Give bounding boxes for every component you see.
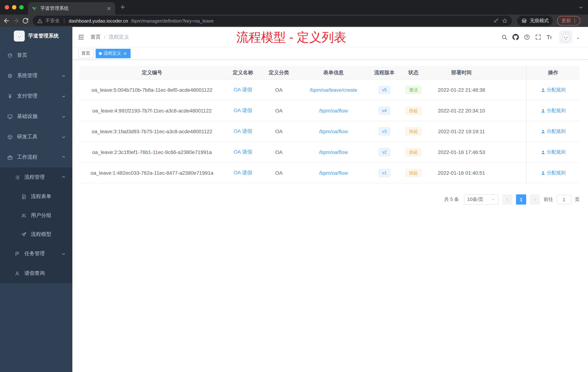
view-tag-active[interactable]: 流程定义 bbox=[96, 49, 131, 58]
cell-form-info: /bpm/oa/flow bbox=[297, 121, 370, 142]
prev-page-button[interactable] bbox=[502, 194, 512, 205]
breadcrumb-home[interactable]: 首页 bbox=[91, 34, 101, 40]
briefcase-icon bbox=[7, 154, 13, 160]
sidebar-item-doc[interactable]: 流程表单 bbox=[0, 187, 72, 206]
menu-dots-icon bbox=[572, 18, 578, 23]
page-size-value: 10条/页 bbox=[467, 196, 483, 203]
window-zoom-button[interactable] bbox=[19, 5, 24, 10]
avatar-caret-icon[interactable] bbox=[576, 36, 580, 40]
sidebar-item-label: 流程管理 bbox=[24, 174, 45, 181]
fullscreen-icon[interactable] bbox=[535, 34, 541, 40]
key-icon[interactable] bbox=[493, 18, 499, 24]
sidebar-item-yen[interactable]: 支付管理 bbox=[0, 86, 72, 106]
reload-button[interactable] bbox=[22, 17, 29, 24]
table-row: oa_leave:2:3c1f0ef1-76b1-11ec-9c66-a2380… bbox=[79, 142, 580, 163]
close-icon[interactable] bbox=[123, 51, 127, 55]
back-button[interactable] bbox=[3, 17, 10, 24]
window-minimize-button[interactable] bbox=[12, 5, 16, 10]
sidebar-item-users[interactable]: 用户分组 bbox=[0, 206, 72, 225]
chevron-up-icon bbox=[62, 155, 66, 159]
browser-toolbar: 不安全 dashboard.yudao.iocoder.cn/bpm/manag… bbox=[0, 15, 588, 27]
goto-page-input[interactable] bbox=[557, 195, 571, 204]
table-row: oa_leave:1:482ec033-762a-11ec-8477-a2380… bbox=[79, 163, 580, 184]
sidebar-item-listmenu[interactable]: 流程管理 bbox=[0, 167, 72, 187]
cell-definition-name: OA 请假 bbox=[225, 163, 261, 183]
tab-close-icon[interactable] bbox=[106, 6, 112, 11]
tags-view: 首页流程定义 bbox=[72, 47, 588, 60]
sidebar-item-flag[interactable]: 任务管理 bbox=[0, 244, 72, 263]
goto-label: 前往 bbox=[544, 196, 553, 203]
monitor-icon bbox=[7, 114, 13, 119]
cell-actions: 分配规则 bbox=[526, 163, 580, 183]
sidebar-item-dashboard[interactable]: 首页 bbox=[0, 45, 72, 66]
page-unit-label: 页 bbox=[575, 196, 580, 203]
assign-rule-link[interactable]: 分配规则 bbox=[541, 170, 566, 176]
next-page-button[interactable] bbox=[530, 194, 540, 205]
form-link[interactable]: /bpm/oa/flow bbox=[319, 170, 348, 176]
definition-name-link[interactable]: OA 请假 bbox=[234, 149, 252, 155]
cell-status: 挂起 bbox=[399, 142, 428, 162]
sidebar-item-gear[interactable]: 系统管理 bbox=[0, 66, 72, 86]
sidebar-item-briefcase[interactable]: 工作流程 bbox=[0, 147, 72, 167]
column-status: 状态 bbox=[399, 66, 428, 79]
update-button[interactable]: 更新 bbox=[557, 16, 580, 25]
sidebar-item-monitor[interactable]: 基础设施 bbox=[0, 106, 72, 127]
form-link[interactable]: /bpm/oa/leave/create bbox=[310, 87, 357, 93]
bookmark-star-icon[interactable] bbox=[502, 18, 508, 24]
form-link[interactable]: /bpm/oa/flow bbox=[319, 129, 348, 134]
column-version: 流程版本 bbox=[370, 66, 399, 79]
form-link[interactable]: /bpm/oa/flow bbox=[319, 149, 348, 155]
definition-name-link[interactable]: OA 请假 bbox=[234, 87, 252, 93]
sidebar-item-label: 用户分组 bbox=[31, 212, 51, 219]
browser-tab[interactable]: 芋道管理系统 bbox=[28, 2, 115, 15]
sidebar-item-cube[interactable]: 研发工具 bbox=[0, 127, 72, 147]
sidebar-item-label: 工作流程 bbox=[17, 154, 37, 161]
avatar[interactable] bbox=[559, 30, 572, 44]
person-icon bbox=[15, 271, 20, 276]
sidebar-item-person[interactable]: 请假查询 bbox=[0, 263, 72, 283]
update-label: 更新 bbox=[561, 17, 571, 24]
form-link[interactable]: /bpm/oa/flow bbox=[319, 108, 348, 114]
page-1-button[interactable]: 1 bbox=[516, 194, 526, 205]
hamburger-icon[interactable] bbox=[77, 33, 85, 41]
cell-definition-id: oa_leave:4:991f2193-7b7f-11ec-a3c8-acde4… bbox=[79, 100, 225, 121]
assign-rule-link[interactable]: 分配规则 bbox=[541, 128, 566, 135]
app-logo[interactable]: 芋道管理系统 bbox=[0, 27, 72, 45]
assign-rule-link[interactable]: 分配规则 bbox=[541, 107, 566, 114]
user-icon bbox=[541, 150, 545, 154]
font-size-icon[interactable] bbox=[546, 34, 553, 40]
help-icon[interactable] bbox=[524, 34, 530, 40]
address-bar[interactable]: 不安全 dashboard.yudao.iocoder.cn/bpm/manag… bbox=[33, 16, 512, 26]
cell-actions: 分配规则 bbox=[526, 121, 580, 142]
page-size-select[interactable]: 10条/页 bbox=[464, 194, 499, 205]
cell-actions: 分配规则 bbox=[526, 142, 580, 162]
view-tag-inactive[interactable]: 首页 bbox=[78, 49, 94, 58]
github-icon[interactable] bbox=[512, 34, 519, 40]
definition-name-link[interactable]: OA 请假 bbox=[234, 128, 252, 135]
assign-rule-link[interactable]: 分配规则 bbox=[541, 87, 566, 93]
definition-name-link[interactable]: OA 请假 bbox=[234, 170, 252, 176]
chevron-down-icon bbox=[491, 197, 495, 202]
cell-definition-name: OA 请假 bbox=[225, 80, 261, 100]
chevron-down-icon bbox=[62, 252, 66, 256]
status-badge: 挂起 bbox=[405, 169, 421, 177]
security-label[interactable]: 不安全 bbox=[45, 17, 60, 24]
breadcrumb-current: 流程定义 bbox=[109, 34, 129, 40]
browser-tab-strip: 芋道管理系统 bbox=[0, 0, 588, 15]
window-close-button[interactable] bbox=[5, 5, 9, 10]
cell-version: v5 bbox=[370, 80, 399, 100]
tab-title: 芋道管理系统 bbox=[40, 5, 103, 12]
assign-rule-link[interactable]: 分配规则 bbox=[541, 149, 566, 155]
chevron-left-icon bbox=[505, 197, 510, 202]
page-content: 定义编号定义名称定义分类表单信息流程版本状态部署时间操作oa_leave:5:0… bbox=[72, 60, 588, 372]
new-tab-button[interactable] bbox=[120, 4, 126, 10]
search-icon[interactable] bbox=[501, 34, 508, 40]
breadcrumb-separator: / bbox=[104, 34, 105, 40]
sidebar-item-send[interactable]: 流程模型 bbox=[0, 225, 72, 244]
app: 芋道管理系统 首页系统管理支付管理基础设施研发工具工作流程流程管理流程表单用户分… bbox=[0, 27, 588, 372]
tab-search-icon[interactable] bbox=[578, 5, 584, 10]
cell-deploy-time: 2022-01-16 01:40:51 bbox=[428, 163, 494, 183]
definition-name-link[interactable]: OA 请假 bbox=[234, 107, 252, 114]
forward-button[interactable] bbox=[12, 17, 20, 24]
column-category: 定义分类 bbox=[261, 66, 297, 79]
